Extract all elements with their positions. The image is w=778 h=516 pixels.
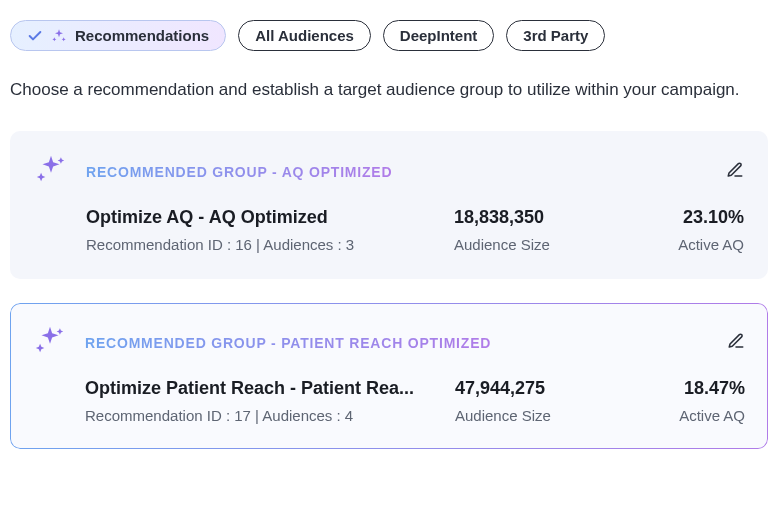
active-aq-label: Active AQ — [635, 407, 745, 424]
recommendation-card[interactable]: RECOMMENDED GROUP - PATIENT REACH OPTIMI… — [10, 303, 768, 449]
title-column: Optimize Patient Reach - Patient Rea... … — [85, 378, 435, 424]
card-header: RECOMMENDED GROUP - AQ OPTIMIZED — [34, 153, 744, 191]
tab-deepintent[interactable]: DeepIntent — [383, 20, 495, 51]
pencil-icon — [726, 161, 744, 183]
tab-all-audiences[interactable]: All Audiences — [238, 20, 371, 51]
active-aq-label: Active AQ — [634, 236, 744, 253]
card-body: Optimize AQ - AQ Optimized Recommendatio… — [34, 207, 744, 253]
audience-size-label: Audience Size — [455, 407, 615, 424]
audience-size-value: 18,838,350 — [454, 207, 614, 228]
recommendation-title: Optimize Patient Reach - Patient Rea... — [85, 378, 435, 399]
group-label: RECOMMENDED GROUP - PATIENT REACH OPTIMI… — [85, 335, 491, 351]
audience-size-value: 47,944,275 — [455, 378, 615, 399]
sparkles-icon — [51, 28, 67, 44]
recommendation-meta: Recommendation ID : 17 | Audiences : 4 — [85, 407, 435, 424]
tab-label: All Audiences — [255, 27, 354, 44]
audience-size-column: 47,944,275 Audience Size — [455, 378, 615, 424]
page-description: Choose a recommendation and establish a … — [10, 77, 750, 103]
active-aq-value: 18.47% — [635, 378, 745, 399]
audience-size-label: Audience Size — [454, 236, 614, 253]
recommendation-title: Optimize AQ - AQ Optimized — [86, 207, 434, 228]
edit-button[interactable] — [726, 161, 744, 183]
tab-label: Recommendations — [75, 27, 209, 44]
edit-button[interactable] — [727, 332, 745, 354]
sparkles-icon — [34, 153, 68, 191]
tab-label: DeepIntent — [400, 27, 478, 44]
recommendation-meta: Recommendation ID : 16 | Audiences : 3 — [86, 236, 434, 253]
active-aq-column: 18.47% Active AQ — [635, 378, 745, 424]
tab-third-party[interactable]: 3rd Party — [506, 20, 605, 51]
group-label: RECOMMENDED GROUP - AQ OPTIMIZED — [86, 164, 392, 180]
tab-label: 3rd Party — [523, 27, 588, 44]
card-header: RECOMMENDED GROUP - PATIENT REACH OPTIMI… — [33, 324, 745, 362]
recommendation-card[interactable]: RECOMMENDED GROUP - AQ OPTIMIZED Optimiz… — [10, 131, 768, 279]
pencil-icon — [727, 332, 745, 354]
audience-size-column: 18,838,350 Audience Size — [454, 207, 614, 253]
card-body: Optimize Patient Reach - Patient Rea... … — [33, 378, 745, 424]
active-aq-column: 23.10% Active AQ — [634, 207, 744, 253]
sparkles-icon — [33, 324, 67, 362]
active-aq-value: 23.10% — [634, 207, 744, 228]
title-column: Optimize AQ - AQ Optimized Recommendatio… — [86, 207, 434, 253]
tab-row: Recommendations All Audiences DeepIntent… — [10, 20, 768, 51]
tab-recommendations[interactable]: Recommendations — [10, 20, 226, 51]
check-icon — [27, 28, 43, 44]
